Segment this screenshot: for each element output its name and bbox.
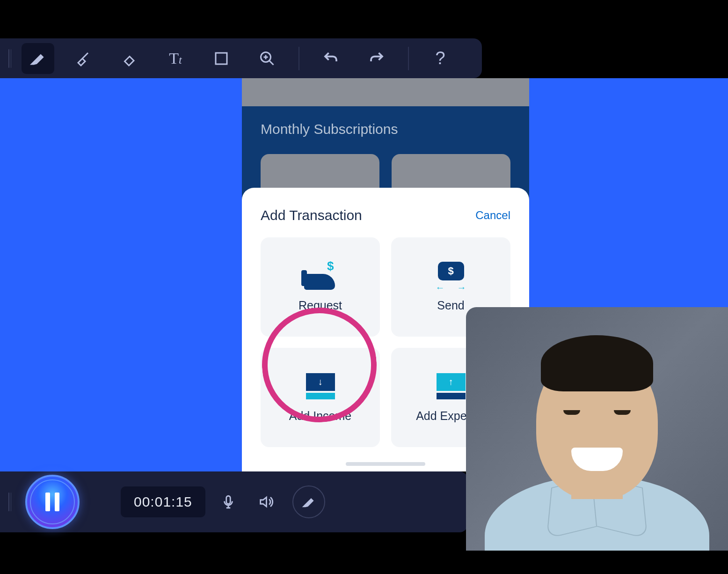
tile-label: Request	[298, 299, 342, 312]
pause-button[interactable]	[25, 475, 80, 529]
add-income-tile[interactable]: ↓ Add Income	[261, 348, 380, 447]
annotation-toolbar: Tt ?	[0, 38, 482, 78]
webcam-thumbnail[interactable]	[466, 307, 728, 551]
svg-rect-2	[226, 496, 231, 504]
eraser-tool-button[interactable]	[113, 43, 146, 74]
undo-button[interactable]	[314, 43, 347, 74]
toolbar-separator	[408, 47, 409, 70]
expense-icon: ↑	[435, 373, 467, 400]
sheet-title: Add Transaction	[261, 207, 362, 223]
help-button[interactable]: ?	[424, 43, 457, 74]
pen-tool-button[interactable]	[22, 43, 54, 74]
request-icon: $	[304, 262, 337, 289]
tile-label: Add Income	[289, 409, 351, 423]
section-title: Monthly Subscriptions	[261, 121, 510, 137]
shape-tool-button[interactable]	[205, 43, 238, 74]
microphone-button[interactable]	[214, 487, 243, 516]
pause-icon	[45, 493, 59, 511]
drag-handle-icon[interactable]	[8, 49, 11, 68]
send-icon: $ ←→	[435, 262, 467, 289]
recording-timer: 00:01:15	[121, 486, 205, 517]
drag-handle-icon[interactable]	[8, 493, 11, 511]
draw-toggle-button[interactable]	[292, 486, 325, 518]
svg-rect-0	[216, 53, 227, 64]
text-tool-button[interactable]: Tt	[159, 43, 192, 74]
speaker-button[interactable]	[251, 487, 280, 516]
recording-controls: 00:01:15	[0, 471, 468, 532]
toolbar-separator	[298, 47, 299, 70]
zoom-tool-button[interactable]	[251, 43, 284, 74]
sheet-drag-handle[interactable]	[346, 462, 425, 466]
redo-button[interactable]	[360, 43, 393, 74]
income-icon: ↓	[304, 373, 337, 400]
tile-label: Send	[437, 299, 464, 312]
highlighter-tool-button[interactable]	[67, 43, 100, 74]
request-tile[interactable]: $ Request	[261, 237, 380, 337]
cancel-button[interactable]: Cancel	[475, 209, 510, 222]
